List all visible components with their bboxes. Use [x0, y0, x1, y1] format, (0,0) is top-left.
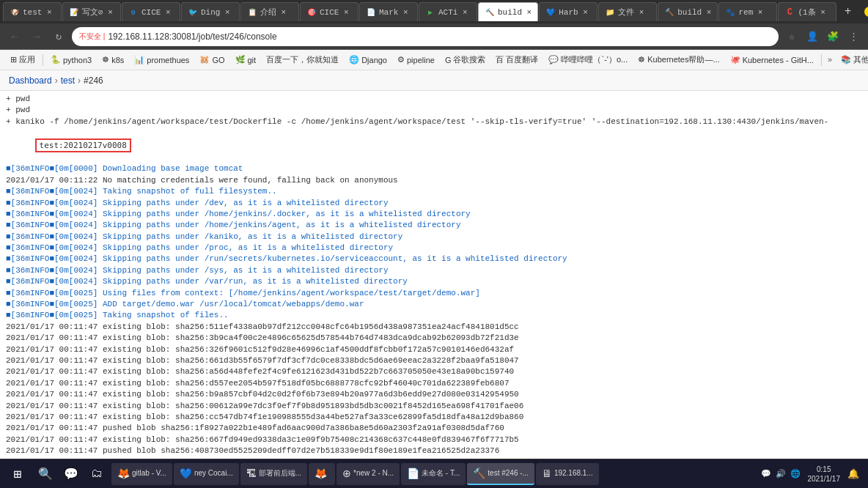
bookmark-other[interactable]: 📚 其他书签 [836, 53, 868, 67]
tab-build2[interactable]: 🔨 build × [658, 2, 718, 21]
tab-build-active[interactable]: 🔨 build × [478, 2, 538, 21]
django-icon: 🌐 [349, 55, 359, 64]
bookmark-k8s-github[interactable]: 🐙 Kubernetes - GitH... [726, 53, 818, 66]
reload-button[interactable]: ↻ [50, 28, 67, 45]
console-line-15: ■[36mINFO■[0m[0025] Using files from con… [6, 288, 862, 299]
tab-acti[interactable]: ▶ ACTi × [419, 2, 477, 21]
firefox-taskbar-icon: 🦊 [315, 467, 327, 479]
console-line-12: ■[36mINFO■[0m[0024] Skipping paths under… [6, 254, 862, 265]
bookmark-baidu-translate[interactable]: 百 百度翻译 [491, 53, 542, 67]
console-line-10: ■[36mINFO■[0m[0024] Skipping paths under… [6, 232, 862, 243]
k8s-icon: ☸ [102, 55, 109, 64]
taskbar-app-new2[interactable]: ⊕ *new 2 - N... [336, 463, 400, 485]
console-line-16: ■[36mINFO■[0m[0025] ADD target/demo.war … [6, 299, 862, 310]
bookmark-k8s-help[interactable]: ☸ Kubernetes帮助—... [633, 53, 724, 67]
console-output[interactable]: + pwd + pwd + kaniko -f /home/jenkins/ag… [0, 91, 868, 459]
python-icon: 🐍 [51, 55, 61, 64]
tab-label-14: (1条 × [798, 7, 825, 18]
taskbar-app-test246[interactable]: 🔨 test #246 -... [467, 463, 534, 485]
tab-label-7: Mark × [379, 8, 408, 17]
taskbar-clock[interactable]: 0:15 2021/1/17 [808, 465, 841, 484]
bookmark-label-k8s-help: Kubernetes帮助—... [647, 54, 719, 65]
prometheus-icon: 📊 [134, 55, 144, 64]
extension-icon[interactable]: 🧩 [824, 28, 842, 45]
bookmark-baidu[interactable]: 百度一下，你就知道 [262, 53, 343, 67]
taskbar-app-deploy[interactable]: 🏗 部署前后端... [240, 463, 307, 485]
bookmark-pipeline[interactable]: ⚙ pipeline [393, 53, 439, 66]
tab-c1[interactable]: C (1条 × [778, 2, 836, 21]
tab-favicon-1: 🐶 [10, 7, 20, 18]
tab-rem[interactable]: 🐾 rem × [718, 2, 777, 21]
tab-ding[interactable]: 🐦 Ding × [181, 2, 240, 21]
dashboard-link[interactable]: Dashboard [9, 75, 52, 86]
start-button[interactable]: ⊞ [4, 462, 31, 487]
bookmark-label-prometheus: promethues [147, 56, 189, 64]
google-icon: G [445, 56, 452, 64]
minimize-button[interactable]: — [864, 7, 868, 17]
taskbar-app-gitlab[interactable]: 🦊 gitlab - V... [111, 463, 172, 485]
bookmark-bilibili[interactable]: 💬 哔哩哔哩（`-'）o... [544, 53, 632, 67]
tab-label-10: Harb × [559, 8, 588, 17]
tab-mark[interactable]: 📄 Mark × [359, 2, 418, 21]
project-link[interactable]: test [61, 75, 75, 86]
console-line-24: 2021/01/17 00:11:47 existing blob: sha25… [6, 389, 862, 400]
console-line-highlight: test:20210217v0008 [6, 128, 862, 163]
new-tab-button[interactable]: + [837, 2, 858, 21]
bookmark-label-k8s: k8s [111, 56, 124, 64]
bookmark-label-baidu-translate: 百度翻译 [506, 54, 538, 65]
breadcrumb: Dashboard › test › #246 [9, 75, 103, 86]
tab-cice2[interactable]: 🎯 CICE × [300, 2, 358, 21]
console-line-7: ■[36mINFO■[0m[0024] Skipping paths under… [6, 198, 862, 209]
taskbar-app-cocai[interactable]: 💙 ney Cocai... [174, 463, 239, 485]
bookmark-label-baidu: 百度一下，你就知道 [266, 54, 339, 65]
tab-intro[interactable]: 📋 介绍 × [240, 2, 299, 21]
taskbar-volume-icon[interactable]: 🔊 [776, 469, 786, 478]
bookmark-prometheus[interactable]: 📊 promethues [130, 53, 194, 66]
notification-button[interactable]: 🔔 [843, 464, 864, 484]
pipeline-icon: ⚙ [397, 55, 405, 64]
test246-taskbar-icon: 🔨 [473, 467, 485, 479]
tab-favicon-11: 📁 [605, 7, 615, 18]
console-line-21: 2021/01/17 00:11:47 existing blob: sha25… [6, 355, 862, 366]
highlight-box: test:20210217v0008 [35, 138, 131, 152]
bookmarks-more[interactable]: » [825, 54, 836, 66]
taskbar-search-icon[interactable]: 🔍 [34, 462, 57, 487]
address-input[interactable]: 不安全 | 192.168.11.128:30081/job/test/246/… [72, 27, 779, 46]
bookmark-git[interactable]: 🌿 git [231, 53, 261, 66]
tab-cice1[interactable]: ⚙ CICE × [122, 2, 180, 21]
taskbar-chat-icon[interactable]: 💬 [761, 469, 771, 478]
taskbar-system-icons: 🔍 💬 🗂 [34, 462, 108, 487]
bookmark-django[interactable]: 🌐 Django [345, 53, 391, 66]
taskbar: ⊞ 🔍 💬 🗂 🦊 gitlab - V... 💙 ney Cocai... 🏗… [0, 459, 868, 488]
back-button[interactable]: ← [6, 28, 23, 45]
forward-button[interactable]: → [28, 28, 45, 45]
taskbar-app-192[interactable]: 🖥 192.168.1... [536, 463, 599, 485]
profile-icon[interactable]: 👤 [803, 28, 821, 45]
main-area: Dashboard › test › #246 + pwd + pwd + ka… [0, 70, 868, 459]
bookmark-google[interactable]: G 谷歌搜索 [441, 53, 490, 67]
bookmark-python3[interactable]: 🐍 python3 [46, 53, 96, 66]
bookmark-label-k8s-github: Kubernetes - GitH... [743, 56, 814, 64]
bookmark-separator-1 [43, 54, 43, 66]
console-line-23: 2021/01/17 00:11:47 existing blob: sha25… [6, 378, 862, 389]
taskbar-app-label-gitlab: gitlab - V... [132, 469, 166, 477]
tab-write[interactable]: 📝 写文⊘ × [62, 2, 121, 21]
tab-favicon-10: 💙 [545, 7, 556, 18]
tab-favicon-3: ⚙ [128, 7, 139, 18]
taskbar-cortana-icon[interactable]: 💬 [59, 462, 83, 487]
bookmark-apps[interactable]: ⊞ 应用 [6, 53, 40, 67]
tab-test[interactable]: 🐶 test × [3, 2, 62, 21]
bookmark-star-icon[interactable]: ☆ [783, 28, 801, 45]
taskbar-time-display: 0:15 [817, 465, 831, 474]
taskbar-taskview-icon[interactable]: 🗂 [85, 462, 108, 487]
taskbar-app-firefox[interactable]: 🦊 [309, 463, 335, 485]
settings-icon[interactable]: ⋮ [845, 28, 862, 45]
tab-files[interactable]: 📁 文件 × [598, 2, 657, 21]
bookmarks-bar: ⊞ 应用 🐍 python3 ☸ k8s 📊 promethues 🐹 GO 🌿… [0, 50, 868, 70]
bookmark-go[interactable]: 🐹 GO [195, 53, 229, 66]
taskbar-network-icon[interactable]: 🌐 [790, 469, 801, 478]
tab-harbor[interactable]: 💙 Harb × [539, 2, 597, 21]
bookmark-label-pipeline: pipeline [407, 56, 435, 64]
bookmark-k8s[interactable]: ☸ k8s [98, 53, 128, 66]
taskbar-app-untitled[interactable]: 📄 未命名 - T... [401, 463, 466, 485]
